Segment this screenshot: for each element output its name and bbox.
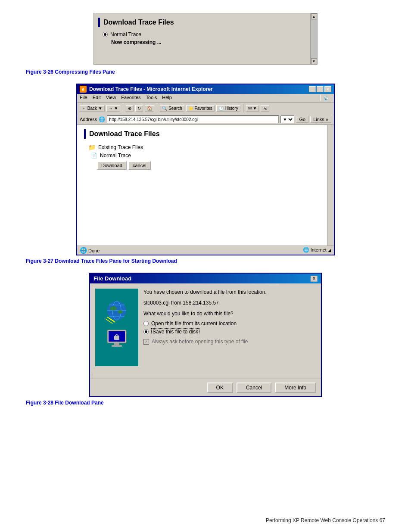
address-label: Address: [80, 117, 97, 122]
figure-27-caption: Figure 3-27 Download Trace Files Pane fo…: [26, 258, 385, 264]
forward-btn[interactable]: → ▼: [106, 105, 121, 112]
ok-btn[interactable]: OK: [207, 383, 233, 393]
compress-pane: Download Trace Files Normal Trace Now co…: [93, 13, 318, 65]
svg-point-6: [118, 310, 123, 314]
footer-text: Performing XP Remote Web Console Operati…: [266, 517, 385, 523]
save-label-rest: ave this file to disk: [156, 329, 198, 335]
figure-27-caption-text: Download Trace Files Pane for Starting D…: [53, 258, 177, 264]
dialog-titlebar: File Download ×: [90, 274, 321, 283]
back-btn[interactable]: ← Back ▼: [80, 105, 105, 112]
figure-27-section: e Download Trace Files - Microsoft Inter…: [26, 84, 385, 264]
address-icon: 🌐: [99, 116, 105, 122]
existing-trace-row: 📁 Existing Trace Files: [88, 144, 327, 151]
file-download-dialog: File Download ×: [89, 273, 322, 397]
menu-help[interactable]: Help: [162, 95, 172, 101]
more-info-btn[interactable]: More Info: [275, 383, 316, 393]
figure-28-section: File Download ×: [26, 273, 385, 406]
ie-address-bar: Address 🌐 ▼ Go Links »: [77, 114, 334, 125]
save-radio-label: Save this file to disk: [151, 328, 199, 335]
ie-toolbar: ← Back ▼ → ▼ ⊗ ↻ 🏠 🔍 Search ⭐ Favorites …: [77, 103, 334, 114]
file-icon: 📄: [91, 152, 97, 159]
ie-window-title: Download Trace Files - Microsoft Interne…: [89, 86, 213, 92]
dialog-line2: stc0003.cgi from 158.214.135.57: [143, 299, 316, 307]
radio-save-row: Save this file to disk: [143, 328, 316, 335]
dialog-text-area: You have chosen to download a file from …: [143, 289, 316, 366]
now-compressing-text: Now compressing ...: [111, 39, 313, 45]
statusbar-resize: ◢: [328, 248, 331, 252]
dialog-title-text: File Download: [93, 275, 131, 282]
save-radio[interactable]: [143, 329, 149, 334]
normal-trace-radio[interactable]: [103, 32, 108, 37]
dialog-close-btn[interactable]: ×: [311, 276, 318, 282]
existing-trace-label: Existing Trace Files: [98, 144, 143, 150]
compress-pane-title: Download Trace Files: [103, 19, 174, 26]
open-label-rest: pen this file from its current location: [155, 320, 237, 327]
ie-app-icon: e: [80, 86, 87, 93]
download-button[interactable]: Download: [97, 161, 127, 170]
menu-file[interactable]: File: [80, 95, 87, 101]
address-input[interactable]: [107, 115, 279, 123]
favorites-btn[interactable]: ⭐ Favorites: [186, 105, 215, 112]
page: Download Trace Files Normal Trace Now co…: [0, 0, 411, 532]
ie-title-blue-bar: [84, 129, 86, 139]
svg-rect-14: [112, 345, 122, 347]
menu-edit[interactable]: Edit: [93, 95, 101, 101]
dialog-line3: What would you like to do with this file…: [143, 310, 316, 317]
scroll-down-arrow[interactable]: ▼: [311, 58, 317, 64]
scroll-up-arrow[interactable]: ▲: [311, 13, 317, 19]
figure-26-container: Download Trace Files Normal Trace Now co…: [93, 13, 318, 65]
ie-minimize-btn[interactable]: _: [309, 86, 316, 92]
mail-btn[interactable]: ✉ ▼: [246, 105, 259, 112]
toolbar-sep-2: [157, 104, 157, 112]
figure-28-label: Figure 3-28: [26, 400, 53, 406]
ie-content-scrollbar: [327, 125, 334, 246]
print-btn[interactable]: 🖨: [261, 105, 269, 112]
menu-view[interactable]: View: [106, 95, 116, 101]
open-radio[interactable]: [143, 321, 149, 326]
figure-27-label: Figure 3-27: [26, 258, 53, 264]
search-btn[interactable]: 🔍 Search: [160, 105, 184, 112]
address-dropdown[interactable]: ▼: [280, 115, 294, 123]
statusbar-right: 🌐 Internet ◢: [303, 247, 331, 254]
normal-trace-row: 📄 Normal Trace: [91, 152, 327, 159]
menu-favorites[interactable]: Favorites: [121, 95, 140, 101]
ie-titlebar-buttons: _ □ ×: [309, 86, 331, 92]
history-btn[interactable]: 🕐 History: [216, 105, 240, 112]
menu-tools[interactable]: Tools: [146, 95, 157, 101]
figure-28-caption: Figure 3-28 File Download Pane: [26, 400, 385, 406]
folder-icon: 📁: [88, 144, 96, 151]
figure-26-caption: Figure 3-26 Compressing Files Pane: [26, 69, 385, 75]
cancel-btn-28[interactable]: Cancel: [237, 383, 271, 393]
always-ask-checkbox[interactable]: ✓: [143, 339, 149, 345]
ie-statusbar: 🌐 Done 🌐 Internet ◢: [77, 246, 334, 255]
refresh-btn[interactable]: ↻: [135, 105, 143, 112]
ie-close-btn[interactable]: ×: [324, 86, 331, 92]
ie-window: e Download Trace Files - Microsoft Inter…: [76, 84, 335, 255]
scroll-track: [311, 19, 317, 58]
toolbar-sep-1: [123, 104, 123, 112]
cancel-button-27[interactable]: cancel: [128, 161, 151, 170]
go-btn[interactable]: Go: [296, 116, 308, 123]
dialog-radio-group: Open this file from its current location…: [143, 320, 316, 335]
checkbox-row: ✓ Always ask before opening this type of…: [143, 339, 316, 345]
svg-rect-13: [114, 343, 119, 345]
links-btn[interactable]: Links »: [310, 116, 331, 123]
ie-content-title: Download Trace Files: [89, 130, 160, 138]
open-radio-label: Open this file from its current location: [151, 320, 237, 327]
statusbar-left: 🌐 Done: [80, 247, 100, 254]
open-underline: O: [151, 320, 155, 327]
scrollbar-26: ▲ ▼: [310, 13, 317, 64]
normal-trace-label: Normal Trace: [110, 31, 141, 37]
globe-icon: [104, 300, 130, 326]
svg-point-5: [110, 306, 117, 311]
ie-connected-icon[interactable]: 📡: [320, 95, 331, 101]
ie-content-title-bar: Download Trace Files: [84, 129, 327, 139]
ie-maximize-btn[interactable]: □: [317, 86, 324, 92]
ie-menubar: File Edit View Favorites Tools Help 📡: [77, 94, 334, 103]
stop-btn[interactable]: ⊗: [126, 105, 134, 112]
normal-trace-radio-row: Normal Trace: [103, 31, 313, 37]
home-btn[interactable]: 🏠: [145, 105, 154, 112]
dialog-separator: [90, 375, 321, 375]
dialog-button-row: OK Cancel More Info: [90, 379, 321, 396]
normal-trace-ie-label: Normal Trace: [100, 152, 131, 159]
